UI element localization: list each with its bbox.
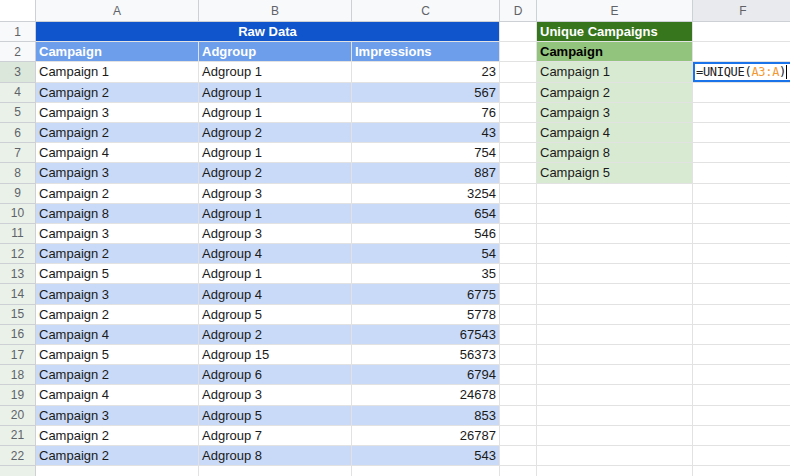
- cell-E1-unique-title[interactable]: Unique Campaigns: [537, 22, 693, 42]
- row-header-15[interactable]: 15: [0, 305, 36, 325]
- row-header-18[interactable]: 18: [0, 365, 36, 385]
- cell-D5[interactable]: [500, 103, 537, 123]
- cell-F15[interactable]: [693, 305, 790, 325]
- cell-A4[interactable]: Campaign 2: [36, 83, 199, 103]
- cell-E8-unique-value[interactable]: Campaign 5: [537, 163, 693, 183]
- cell-C19[interactable]: 24678: [352, 385, 500, 405]
- cell-A21[interactable]: Campaign 2: [36, 426, 199, 446]
- cell-D7[interactable]: [500, 143, 537, 163]
- column-header-B[interactable]: B: [199, 0, 352, 22]
- cell-C11[interactable]: 546: [352, 224, 500, 244]
- cell-C3[interactable]: 23: [352, 62, 500, 82]
- cell-D13[interactable]: [500, 264, 537, 284]
- cell-C20[interactable]: 853: [352, 406, 500, 426]
- cell-E5-unique-value[interactable]: Campaign 3: [537, 103, 693, 123]
- row-header-22[interactable]: 22: [0, 446, 36, 466]
- cell-F2[interactable]: [693, 42, 790, 62]
- cell-B16[interactable]: Adgroup 2: [199, 325, 352, 345]
- cell-C7[interactable]: 754: [352, 143, 500, 163]
- cell-D4[interactable]: [500, 83, 537, 103]
- cell-F18[interactable]: [693, 365, 790, 385]
- row-header-14[interactable]: 14: [0, 284, 36, 304]
- cell-B14[interactable]: Adgroup 4: [199, 284, 352, 304]
- cell-E21[interactable]: [537, 426, 693, 446]
- row-header-10[interactable]: 10: [0, 204, 36, 224]
- cell-D2[interactable]: [500, 42, 537, 62]
- row-header-20[interactable]: 20: [0, 406, 36, 426]
- cell-C18[interactable]: 6794: [352, 365, 500, 385]
- column-header-A[interactable]: A: [36, 0, 199, 22]
- cell-D14[interactable]: [500, 284, 537, 304]
- cell-A14[interactable]: Campaign 3: [36, 284, 199, 304]
- cell-B13[interactable]: Adgroup 1: [199, 264, 352, 284]
- cell-B18[interactable]: Adgroup 6: [199, 365, 352, 385]
- cell-E14[interactable]: [537, 284, 693, 304]
- cell-C6[interactable]: 43: [352, 123, 500, 143]
- cell-A22[interactable]: Campaign 2: [36, 446, 199, 466]
- cell-row23-col2[interactable]: [352, 466, 500, 476]
- cell-F12[interactable]: [693, 244, 790, 264]
- row-header-12[interactable]: 12: [0, 244, 36, 264]
- column-header-C[interactable]: C: [352, 0, 500, 22]
- cell-E2-unique-header[interactable]: Campaign: [537, 42, 693, 62]
- cell-A5[interactable]: Campaign 3: [36, 103, 199, 123]
- row-header-8[interactable]: 8: [0, 163, 36, 183]
- cell-E4-unique-value[interactable]: Campaign 2: [537, 83, 693, 103]
- cell-A2-header-campaign[interactable]: Campaign: [36, 42, 199, 62]
- row-header-3[interactable]: 3: [0, 62, 36, 82]
- cell-row23-col3[interactable]: [500, 466, 537, 476]
- row-header-5[interactable]: 5: [0, 103, 36, 123]
- cell-B9[interactable]: Adgroup 3: [199, 184, 352, 204]
- cell-B8[interactable]: Adgroup 2: [199, 163, 352, 183]
- cell-D9[interactable]: [500, 184, 537, 204]
- cell-E18[interactable]: [537, 365, 693, 385]
- cell-B15[interactable]: Adgroup 5: [199, 305, 352, 325]
- cell-E6-unique-value[interactable]: Campaign 4: [537, 123, 693, 143]
- cell-F11[interactable]: [693, 224, 790, 244]
- cell-B2-header-adgroup[interactable]: Adgroup: [199, 42, 352, 62]
- cell-row23-col5[interactable]: [693, 466, 790, 476]
- cell-D6[interactable]: [500, 123, 537, 143]
- cell-C21[interactable]: 26787: [352, 426, 500, 446]
- cell-B19[interactable]: Adgroup 3: [199, 385, 352, 405]
- cell-F9[interactable]: [693, 184, 790, 204]
- cell-E15[interactable]: [537, 305, 693, 325]
- column-header-E[interactable]: E: [537, 0, 693, 22]
- cell-A17[interactable]: Campaign 5: [36, 345, 199, 365]
- cell-C12[interactable]: 54: [352, 244, 500, 264]
- cell-A20[interactable]: Campaign 3: [36, 406, 199, 426]
- cell-F20[interactable]: [693, 406, 790, 426]
- row-header-16[interactable]: 16: [0, 325, 36, 345]
- row-header-9[interactable]: 9: [0, 184, 36, 204]
- cell-F8[interactable]: [693, 163, 790, 183]
- cell-F17[interactable]: [693, 345, 790, 365]
- cell-B7[interactable]: Adgroup 1: [199, 143, 352, 163]
- cell-C22[interactable]: 543: [352, 446, 500, 466]
- cell-F14[interactable]: [693, 284, 790, 304]
- cell-B20[interactable]: Adgroup 5: [199, 406, 352, 426]
- cell-B22[interactable]: Adgroup 8: [199, 446, 352, 466]
- cell-D12[interactable]: [500, 244, 537, 264]
- cell-D17[interactable]: [500, 345, 537, 365]
- cell-B11[interactable]: Adgroup 3: [199, 224, 352, 244]
- cell-C14[interactable]: 6775: [352, 284, 500, 304]
- cell-A1-raw-data-title[interactable]: Raw Data: [36, 22, 500, 42]
- cell-E10[interactable]: [537, 204, 693, 224]
- cell-D10[interactable]: [500, 204, 537, 224]
- cell-F13[interactable]: [693, 264, 790, 284]
- cell-E3-unique-value[interactable]: Campaign 1: [537, 62, 693, 82]
- cell-A13[interactable]: Campaign 5: [36, 264, 199, 284]
- cell-D16[interactable]: [500, 325, 537, 345]
- cell-A18[interactable]: Campaign 2: [36, 365, 199, 385]
- cell-F21[interactable]: [693, 426, 790, 446]
- cell-D21[interactable]: [500, 426, 537, 446]
- cell-D3[interactable]: [500, 62, 537, 82]
- cell-A10[interactable]: Campaign 8: [36, 204, 199, 224]
- cell-row23-col0[interactable]: [36, 466, 199, 476]
- select-all-corner[interactable]: [0, 0, 36, 22]
- cell-A7[interactable]: Campaign 4: [36, 143, 199, 163]
- row-header-1[interactable]: 1: [0, 22, 36, 42]
- cell-A3[interactable]: Campaign 1: [36, 62, 199, 82]
- cell-E9[interactable]: [537, 184, 693, 204]
- cell-F6[interactable]: [693, 123, 790, 143]
